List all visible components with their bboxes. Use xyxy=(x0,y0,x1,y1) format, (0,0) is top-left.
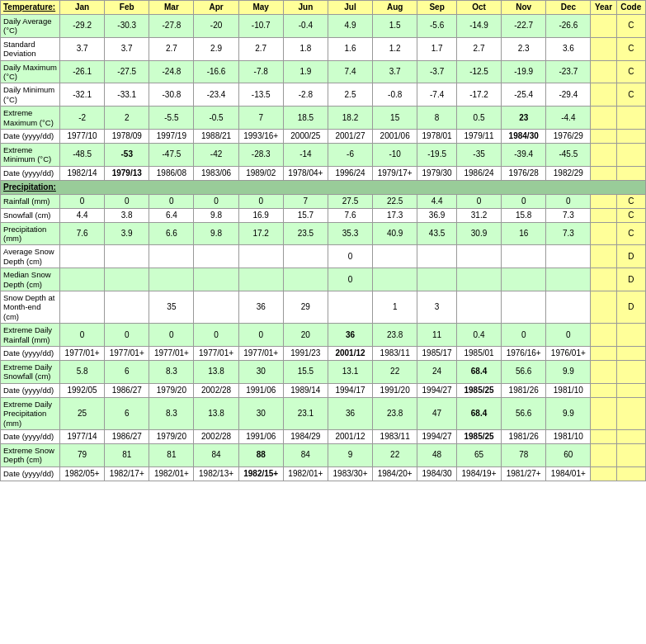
row-cell: 31.2 xyxy=(456,208,501,222)
row-cell: -0.5 xyxy=(194,107,238,130)
row-cell: 1976/28 xyxy=(502,166,546,180)
row-year xyxy=(591,360,616,383)
row-code: D xyxy=(616,268,645,291)
header-code: Code xyxy=(616,1,645,15)
row-cell: -14 xyxy=(283,143,328,166)
row-cell: 84 xyxy=(283,443,328,466)
row-cell: 6.4 xyxy=(149,208,194,222)
row-cell: 36 xyxy=(328,397,372,429)
row-code xyxy=(616,107,645,130)
table-row: Extreme Daily Rainfall (mm)00000203623.8… xyxy=(1,324,646,347)
table-row: Precipitation (mm)7.63.96.69.817.223.535… xyxy=(1,222,646,245)
row-label: Date (yyyy/dd) xyxy=(1,383,60,397)
row-cell: 0 xyxy=(194,324,238,347)
row-cell: 1976/01+ xyxy=(546,346,591,360)
climate-table: Temperature: Jan Feb Mar Apr May Jun Jul… xyxy=(0,0,646,481)
row-cell: 2.7 xyxy=(238,37,283,60)
precipitation-label: Precipitation: xyxy=(1,180,646,194)
row-cell: -6 xyxy=(328,143,372,166)
row-cell: 3.8 xyxy=(105,208,149,222)
row-cell: 1.5 xyxy=(373,15,417,38)
row-cell: 23 xyxy=(502,107,546,130)
row-cell: -0.4 xyxy=(283,15,328,38)
row-label: Rainfall (mm) xyxy=(1,194,60,208)
table-body: Daily Average (°C)-29.2-30.3-27.8-20-10.… xyxy=(1,15,646,481)
row-label: Extreme Maximum (°C) xyxy=(1,107,60,130)
row-cell: 81 xyxy=(105,443,149,466)
row-cell: 5.8 xyxy=(60,360,105,383)
row-year xyxy=(591,397,616,429)
row-cell xyxy=(105,268,149,291)
row-code: C xyxy=(616,83,645,107)
row-code: D xyxy=(616,291,645,324)
row-cell: 1.6 xyxy=(328,37,372,60)
row-code xyxy=(616,324,645,347)
row-cell: 0 xyxy=(238,324,283,347)
table-row: Median Snow Depth (cm)0D xyxy=(1,268,646,291)
row-cell xyxy=(417,245,457,268)
row-cell xyxy=(502,245,546,268)
header-jun: Jun xyxy=(283,1,328,15)
row-cell: 1981/27+ xyxy=(502,466,546,481)
row-year xyxy=(591,268,616,291)
row-cell: -33.1 xyxy=(105,83,149,107)
row-code: C xyxy=(616,194,645,208)
row-cell: 17.3 xyxy=(373,208,417,222)
row-cell: 22 xyxy=(373,443,417,466)
row-cell: 2.5 xyxy=(328,83,372,107)
row-cell: 1985/25 xyxy=(456,429,501,443)
row-cell: -5.6 xyxy=(417,15,457,38)
row-cell: 1996/24 xyxy=(328,166,372,180)
row-cell: -14.9 xyxy=(456,15,501,38)
row-label: Standard Deviation xyxy=(1,37,60,60)
row-cell: 1.8 xyxy=(283,37,328,60)
row-cell: 9.8 xyxy=(194,222,238,245)
row-cell xyxy=(456,291,501,324)
row-label: Daily Average (°C) xyxy=(1,15,60,38)
row-cell: 6 xyxy=(105,360,149,383)
row-cell: 1982/15+ xyxy=(238,466,283,481)
row-cell: -7.8 xyxy=(238,60,283,83)
table-row: Date (yyyy/dd)1982/05+1982/17+1982/01+19… xyxy=(1,466,646,481)
row-cell: 1978/01 xyxy=(417,129,457,143)
row-cell: -42 xyxy=(194,143,238,166)
row-code xyxy=(616,443,645,466)
row-year xyxy=(591,443,616,466)
row-cell: 36 xyxy=(328,324,372,347)
header-year: Year xyxy=(591,1,616,15)
row-cell: 43.5 xyxy=(417,222,457,245)
row-cell: 1976/29 xyxy=(546,129,591,143)
row-cell: 1981/10 xyxy=(546,429,591,443)
row-cell: 1986/24 xyxy=(456,166,501,180)
row-cell: -30.8 xyxy=(149,83,194,107)
row-year xyxy=(591,143,616,166)
row-cell: -10 xyxy=(373,143,417,166)
row-label: Extreme Minimum (°C) xyxy=(1,143,60,166)
row-cell xyxy=(328,291,372,324)
row-cell xyxy=(546,291,591,324)
row-cell xyxy=(60,268,105,291)
table-row: Extreme Maximum (°C)-22-5.5-0.5718.518.2… xyxy=(1,107,646,130)
row-cell: 13.1 xyxy=(328,360,372,383)
row-cell xyxy=(502,268,546,291)
row-cell xyxy=(373,268,417,291)
row-cell: 15.5 xyxy=(283,360,328,383)
row-cell: 35 xyxy=(149,291,194,324)
header-may: May xyxy=(238,1,283,15)
row-label: Date (yyyy/dd) xyxy=(1,166,60,180)
row-cell: 7.4 xyxy=(328,60,372,83)
row-cell: 1984/30 xyxy=(417,466,457,481)
header-mar: Mar xyxy=(149,1,194,15)
row-year xyxy=(591,194,616,208)
row-cell: 2002/28 xyxy=(194,383,238,397)
row-cell: 7 xyxy=(238,107,283,130)
row-cell: 65 xyxy=(456,443,501,466)
row-cell xyxy=(105,291,149,324)
row-label: Daily Minimum (°C) xyxy=(1,83,60,107)
row-label: Precipitation (mm) xyxy=(1,222,60,245)
row-cell: 1982/17+ xyxy=(105,466,149,481)
row-cell: 1976/16+ xyxy=(502,346,546,360)
row-cell: 3.9 xyxy=(105,222,149,245)
row-cell: 1983/11 xyxy=(373,429,417,443)
row-cell: 27.5 xyxy=(328,194,372,208)
